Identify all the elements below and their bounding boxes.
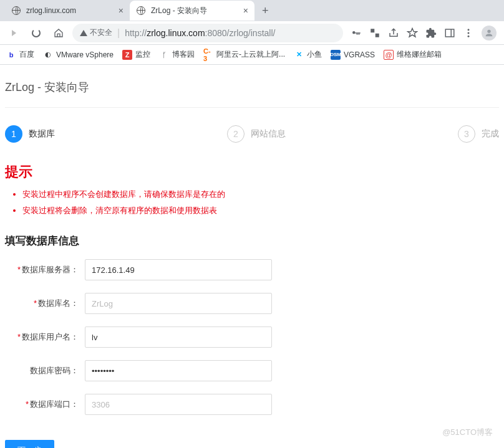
- bookmark-baidu[interactable]: b 百度: [6, 49, 34, 60]
- port-label: *数据库端口：: [5, 399, 85, 410]
- globe-icon: [136, 6, 146, 16]
- dbname-label: *数据库名：: [5, 298, 85, 309]
- step-number: 3: [458, 125, 475, 143]
- step-label: 完成: [482, 128, 499, 140]
- form-title: 填写数据库信息: [5, 234, 499, 248]
- page-content: ZrLog - 安装向导 1 数据库 2 网站信息 3 完成 提示 安装过程中程…: [0, 65, 504, 448]
- step-label: 网站信息: [251, 128, 286, 140]
- bookmark-cnblogs[interactable]: ᚴ 博客园: [159, 49, 195, 60]
- step-siteinfo: 2 网站信息: [227, 125, 286, 143]
- tab-title-2: ZrLog - 安装向导: [151, 6, 240, 16]
- tab-title-1: zrlog.linux.com: [26, 6, 115, 15]
- page-header: ZrLog - 安装向导: [5, 65, 499, 108]
- aliyun-icon: C-3: [203, 50, 213, 60]
- security-label: 不安全: [90, 27, 112, 38]
- svg-point-5: [487, 29, 490, 32]
- globe-icon: [11, 6, 21, 16]
- bookmark-vmware[interactable]: ◐ VMware vSphere: [43, 50, 114, 60]
- hint-list: 安装过程中程序不会创建数据库，请确保数据库是存在的 安装过程将会删除，清空原有程…: [5, 186, 499, 219]
- close-icon[interactable]: ×: [119, 6, 124, 16]
- svg-point-4: [468, 35, 470, 37]
- mail-icon: @: [384, 50, 394, 60]
- user-label: *数据库用户名：: [5, 331, 85, 343]
- watermark: @51CTO博客: [442, 427, 493, 438]
- form-row-port: *数据库端口：: [5, 394, 499, 415]
- z-icon: Z: [122, 50, 132, 60]
- menu-icon[interactable]: [463, 27, 474, 39]
- form-row-user: *数据库用户名：: [5, 326, 499, 348]
- close-icon[interactable]: ×: [243, 6, 248, 16]
- tab-2-active[interactable]: ZrLog - 安装向导 ×: [130, 1, 254, 21]
- toolbar-icons: [348, 26, 499, 41]
- fish-icon: ✕: [294, 50, 304, 60]
- bookmarks-bar: b 百度 ◐ VMware vSphere Z 监控 ᚴ 博客园 C-3 阿里云…: [0, 45, 504, 65]
- bookmark-aliyun[interactable]: C-3 阿里云-上云就上阿...: [203, 49, 285, 60]
- toolbar: 不安全 | http://zrlog.linux.com:8080/zrlog/…: [0, 21, 504, 45]
- key-icon[interactable]: [351, 27, 362, 39]
- home-icon: [54, 28, 64, 38]
- hint-title: 提示: [5, 163, 499, 181]
- address-bar[interactable]: 不安全 | http://zrlog.linux.com:8080/zrlog/…: [72, 24, 343, 42]
- hint-item: 安装过程中程序不会创建数据库，请确保数据库是存在的: [22, 186, 499, 203]
- db-name-input[interactable]: [85, 293, 272, 314]
- vmware-icon: ◐: [43, 50, 53, 60]
- form-row-password: 数据库密码：: [5, 360, 499, 381]
- step-label: 数据库: [29, 128, 55, 140]
- svg-rect-0: [445, 29, 454, 37]
- bookmark-vgrass[interactable]: DSM VGRASS: [331, 50, 375, 60]
- new-tab-button[interactable]: +: [254, 4, 276, 17]
- dsm-icon: DSM: [331, 50, 341, 60]
- cnblog-icon: ᚴ: [159, 50, 169, 60]
- hint-item: 安装过程将会删除，清空原有程序的数据和使用数据表: [22, 203, 499, 219]
- translate-icon[interactable]: [369, 27, 380, 39]
- security-badge[interactable]: 不安全: [80, 27, 112, 38]
- page-title: ZrLog - 安装向导: [5, 80, 499, 95]
- profile-avatar[interactable]: [482, 26, 497, 41]
- form-row-dbname: *数据库名：: [5, 293, 499, 314]
- password-label: 数据库密码：: [5, 365, 85, 376]
- warning-icon: [80, 30, 87, 36]
- baidu-icon: b: [6, 50, 16, 60]
- tabs-bar: zrlog.linux.com × ZrLog - 安装向导 × +: [0, 0, 504, 21]
- form-row-server: *数据库服务器：: [5, 259, 499, 280]
- bookmark-monitor[interactable]: Z 监控: [122, 49, 150, 60]
- svg-point-2: [468, 29, 470, 31]
- db-port-input[interactable]: [85, 394, 272, 415]
- extension-icon[interactable]: [425, 27, 437, 39]
- next-button[interactable]: 下一步: [5, 440, 54, 448]
- tab-1[interactable]: zrlog.linux.com ×: [5, 1, 130, 21]
- addr-separator: |: [117, 27, 120, 39]
- svg-point-3: [468, 32, 470, 34]
- db-password-input[interactable]: [85, 360, 272, 381]
- server-label: *数据库服务器：: [5, 264, 85, 275]
- step-number: 1: [5, 125, 22, 143]
- step-number: 2: [227, 125, 245, 143]
- forward-button[interactable]: [5, 24, 22, 42]
- install-steps: 1 数据库 2 网站信息 3 完成: [5, 108, 499, 158]
- db-user-input[interactable]: [85, 326, 272, 348]
- db-server-input[interactable]: [85, 259, 272, 280]
- side-panel-icon[interactable]: [444, 27, 455, 39]
- star-icon[interactable]: [407, 27, 418, 39]
- browser-chrome: zrlog.linux.com × ZrLog - 安装向导 × + 不安全 |…: [0, 0, 504, 65]
- step-finish: 3 完成: [458, 125, 499, 143]
- reload-button[interactable]: [27, 24, 45, 42]
- bookmark-fish[interactable]: ✕ 小鱼: [294, 49, 322, 60]
- home-button[interactable]: [50, 24, 67, 42]
- url-text: http://zrlog.linux.com:8080/zrlog/instal…: [125, 28, 275, 38]
- share-icon[interactable]: [388, 27, 399, 39]
- step-database: 1 数据库: [5, 125, 55, 143]
- bookmark-mail[interactable]: @ 维格娜丝邮箱: [384, 49, 442, 60]
